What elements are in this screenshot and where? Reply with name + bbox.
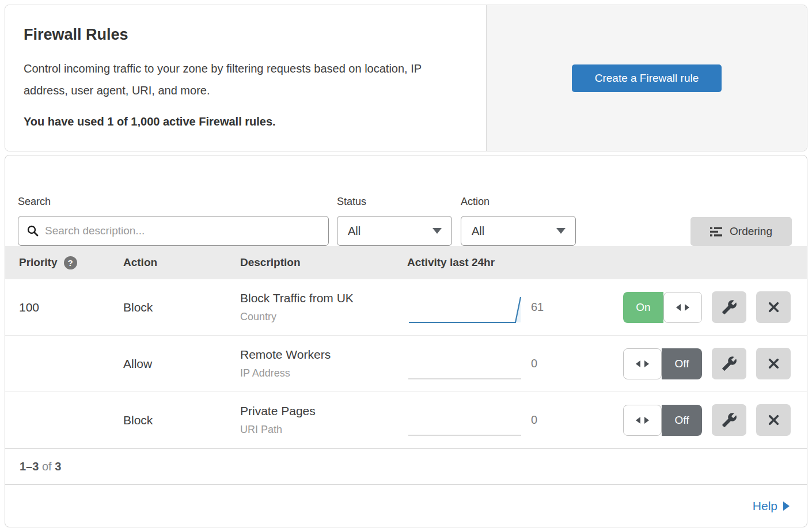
activity-count: 0 — [531, 413, 583, 427]
edit-rule-button[interactable] — [712, 348, 746, 379]
chevron-down-icon — [556, 228, 566, 234]
pagination-bar: 1–3 of 3 — [5, 449, 807, 484]
rule-description-cell: Block Traffic from UK Country — [240, 291, 407, 323]
rule-action: Block — [123, 413, 240, 427]
rule-priority: 100 — [19, 301, 123, 314]
status-select[interactable]: All — [337, 216, 452, 246]
wrench-icon — [722, 299, 737, 315]
activity-count: 61 — [531, 301, 583, 314]
search-label: Search — [18, 196, 337, 208]
search-input-wrapper — [18, 216, 329, 246]
chevron-down-icon — [432, 228, 442, 234]
rule-description-cell: Remote Workers IP Address — [240, 348, 407, 379]
help-link-label: Help — [753, 499, 777, 513]
filters-bar: Search Status All Action All — [5, 155, 807, 246]
action-select[interactable]: All — [461, 216, 576, 246]
activity-sparkline — [407, 349, 531, 387]
header-text-panel: Firewall Rules Control incoming traffic … — [5, 5, 487, 151]
toggle-state-label: On — [623, 292, 663, 323]
right-triangle-icon — [783, 501, 790, 511]
rule-type: URI Path — [240, 424, 407, 436]
table-row: Allow Remote Workers IP Address 0 Off — [5, 336, 807, 392]
action-label: Action — [461, 196, 585, 208]
delete-rule-button[interactable] — [756, 348, 791, 379]
ordering-button-label: Ordering — [730, 225, 772, 238]
rule-action: Allow — [123, 357, 240, 371]
enable-toggle[interactable]: Off — [623, 348, 702, 379]
activity-sparkline — [407, 405, 531, 443]
enable-toggle[interactable]: Off — [623, 405, 702, 436]
search-input[interactable] — [45, 225, 320, 237]
firewall-rules-list-card: Search Status All Action All — [5, 155, 807, 527]
table-header: Priority ? Action Description Activity l… — [5, 246, 807, 279]
enable-toggle[interactable]: On — [623, 292, 702, 323]
create-firewall-rule-button[interactable]: Create a Firewall rule — [572, 64, 722, 92]
rule-action: Block — [123, 301, 240, 314]
activity-count: 0 — [531, 357, 583, 370]
column-header-description: Description — [240, 256, 407, 269]
list-icon — [710, 227, 722, 237]
rule-type: IP Address — [240, 367, 407, 379]
wrench-icon — [722, 412, 737, 428]
help-link[interactable]: Help — [753, 499, 790, 513]
delete-rule-button[interactable] — [756, 291, 791, 323]
rule-description: Private Pages — [240, 404, 407, 418]
help-bar: Help — [5, 484, 807, 527]
question-mark-icon[interactable]: ? — [64, 256, 77, 269]
ordering-button[interactable]: Ordering — [690, 217, 792, 246]
left-right-arrows-icon — [623, 405, 662, 436]
toggle-state-label: Off — [662, 405, 702, 436]
left-right-arrows-icon — [623, 348, 662, 379]
search-icon — [26, 225, 39, 237]
x-icon — [767, 413, 781, 427]
column-header-action: Action — [123, 256, 240, 269]
rule-description-cell: Private Pages URI Path — [240, 404, 407, 436]
page-title: Firewall Rules — [24, 26, 468, 44]
rule-type: Country — [240, 311, 407, 323]
pagination-range: 1–3 — [20, 460, 39, 473]
edit-rule-button[interactable] — [712, 291, 746, 323]
left-right-arrows-icon — [663, 292, 702, 323]
action-selected-value: All — [472, 225, 484, 238]
delete-rule-button[interactable] — [756, 404, 791, 436]
column-header-priority: Priority ? — [19, 256, 123, 269]
rule-description: Block Traffic from UK — [240, 291, 407, 305]
x-icon — [767, 300, 781, 314]
rule-controls: Off — [583, 348, 807, 379]
table-row: Block Private Pages URI Path 0 Off — [5, 392, 807, 449]
pagination-of: of — [39, 460, 55, 473]
firewall-rules-header-card: Firewall Rules Control incoming traffic … — [5, 5, 807, 151]
status-filter-group: Status All — [337, 196, 461, 246]
x-icon — [767, 356, 781, 371]
page-description: Control incoming traffic to your zone by… — [24, 58, 467, 101]
usage-note: You have used 1 of 1,000 active Firewall… — [24, 115, 468, 128]
pagination-total: 3 — [55, 460, 61, 473]
create-rule-panel: Create a Firewall rule — [487, 5, 807, 151]
search-filter-group: Search — [18, 196, 337, 246]
wrench-icon — [722, 356, 737, 371]
column-header-activity: Activity last 24hr — [407, 256, 695, 269]
status-selected-value: All — [348, 225, 361, 238]
edit-rule-button[interactable] — [712, 404, 746, 436]
priority-column-label: Priority — [19, 256, 58, 269]
table-row: 100 Block Block Traffic from UK Country … — [5, 279, 807, 336]
rule-controls: On — [583, 291, 807, 323]
status-label: Status — [337, 196, 461, 208]
rule-controls: Off — [583, 404, 807, 436]
rule-description: Remote Workers — [240, 348, 407, 362]
toggle-state-label: Off — [662, 348, 702, 379]
activity-sparkline — [407, 292, 531, 330]
action-filter-group: Action All — [461, 196, 585, 246]
